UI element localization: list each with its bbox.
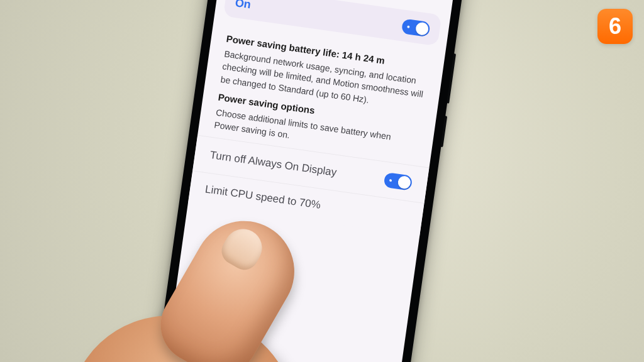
photo-scene: 6 8:08 xyxy=(0,0,644,362)
watermark-badge: 6 xyxy=(597,9,633,44)
screen: 8:08 12% xyxy=(157,0,459,362)
toggle-knob xyxy=(415,21,430,36)
master-toggle-label: On xyxy=(235,0,252,11)
toggle-knob xyxy=(397,175,411,190)
phone-frame: 8:08 12% xyxy=(147,0,469,362)
watermark-text: 6 xyxy=(609,13,621,40)
side-button xyxy=(440,116,447,147)
master-toggle-switch[interactable] xyxy=(401,18,431,37)
more-button[interactable]: ⋮ xyxy=(427,0,444,4)
option-toggle-aod[interactable] xyxy=(383,172,413,191)
phone-wrapper: 8:08 12% xyxy=(147,0,469,362)
side-button xyxy=(447,53,456,104)
